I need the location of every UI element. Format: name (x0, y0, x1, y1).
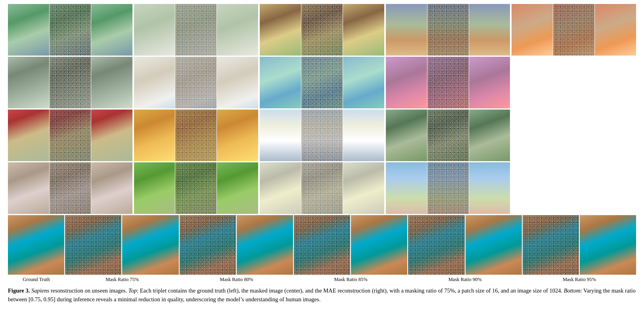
eye-recon-75 (122, 215, 178, 275)
eye-masked-2 (180, 215, 236, 275)
image-row-5 (8, 215, 636, 275)
img-recon-4-4 (469, 162, 510, 214)
img-ground-truth-1-2 (134, 4, 175, 56)
image-row-1 (8, 4, 636, 56)
img-recon-2-4 (469, 57, 510, 108)
triplet-group-2-1 (8, 57, 133, 108)
triplet-group-4-2 (134, 162, 259, 214)
img-gt-2-4 (386, 57, 427, 108)
img-gt-4-1 (8, 162, 49, 214)
img-masked-3-2 (175, 110, 217, 161)
image-row-2 (8, 57, 636, 108)
img-masked-4-3 (301, 162, 343, 214)
img-ground-truth-1-3 (260, 4, 301, 56)
triplet-group-4-1 (8, 162, 133, 214)
img-recon-4-3 (343, 162, 384, 214)
img-gt-4-4 (386, 162, 427, 214)
triplet-group-3-2 (134, 110, 259, 161)
label-mask-95: Mask Ratio 95% (523, 275, 636, 283)
mask-80-text: Mask Ratio 80% (220, 277, 253, 282)
label-ground-truth: Ground Truth (8, 275, 65, 283)
img-gt-4-2 (134, 162, 175, 214)
eye-recon-90 (466, 215, 522, 275)
ground-truth-text: Ground Truth (23, 277, 50, 282)
img-gt-2-3 (260, 57, 301, 108)
img-masked-4-1 (50, 162, 91, 214)
img-recon-1-3 (343, 4, 384, 56)
img-ground-truth-1-4 (386, 4, 427, 56)
img-recon-4-2 (217, 162, 258, 214)
img-ground-truth-1-1 (8, 4, 49, 56)
eye-masked-5 (523, 215, 579, 275)
image-row-4 (8, 162, 636, 214)
caption-italic: Sapiens (31, 287, 49, 294)
img-masked-3-3 (301, 110, 343, 161)
img-gt-2-2 (134, 57, 175, 108)
caption-text1: resonstruction on unseen images. (49, 287, 128, 294)
img-masked-2-4 (427, 57, 469, 108)
eye-recon-80 (237, 215, 293, 275)
img-recon-1-4 (469, 4, 510, 56)
img-masked-1-5 (553, 4, 594, 56)
img-masked-4-4 (427, 162, 469, 214)
triplet-group-3-3 (260, 110, 385, 161)
label-mask-75: Mask Ratio 75% (65, 275, 179, 283)
triplet-group-1-2 (134, 4, 259, 56)
caption-top-label: Top (128, 287, 137, 294)
img-masked-3-1 (50, 110, 91, 161)
img-recon-3-4 (469, 110, 510, 161)
eye-recon-95 (580, 215, 636, 275)
img-masked-1-1 (50, 4, 91, 56)
img-masked-4-2 (175, 162, 217, 214)
img-recon-3-1 (91, 110, 132, 161)
caption-bottom-label: Bottom (564, 287, 581, 294)
img-recon-1-5 (595, 4, 636, 56)
triplet-group-3-4 (386, 110, 511, 161)
img-masked-1-3 (301, 4, 343, 56)
row4-spacer (512, 162, 636, 214)
main-container: Ground Truth Mask Ratio 75% Mask Ratio 8… (0, 0, 644, 308)
img-masked-2-3 (301, 57, 343, 108)
img-gt-4-3 (260, 162, 301, 214)
img-recon-2-2 (217, 57, 258, 108)
img-masked-1-2 (175, 4, 217, 56)
label-mask-85: Mask Ratio 85% (294, 275, 407, 283)
img-gt-3-2 (134, 110, 175, 161)
eye-masked-3 (294, 215, 350, 275)
mask-90-text: Mask Ratio 90% (448, 277, 482, 282)
img-recon-2-1 (91, 57, 132, 108)
triplet-group-3-1 (8, 110, 133, 161)
labels-row: Ground Truth Mask Ratio 75% Mask Ratio 8… (8, 275, 636, 283)
img-gt-3-3 (260, 110, 301, 161)
img-recon-1-1 (91, 4, 132, 56)
eye-masked-4 (408, 215, 464, 275)
img-gt-3-4 (386, 110, 427, 161)
triplet-group-1-1 (8, 4, 133, 56)
triplet-group-1-3 (260, 4, 385, 56)
mask-75-text: Mask Ratio 75% (105, 277, 139, 282)
img-recon-2-3 (343, 57, 384, 108)
row2-spacer (512, 57, 636, 108)
img-recon-3-3 (343, 110, 384, 161)
img-masked-2-1 (50, 57, 91, 108)
img-masked-2-2 (175, 57, 217, 108)
label-mask-90: Mask Ratio 90% (408, 275, 522, 283)
triplet-group-4-4 (386, 162, 511, 214)
triplet-group-2-3 (260, 57, 385, 108)
eye-gt (8, 215, 64, 275)
triplet-group-1-4 (386, 4, 511, 56)
triplet-group-2-4 (386, 57, 511, 108)
img-gt-2-1 (8, 57, 49, 108)
figure-label: Figure 3. (8, 287, 30, 294)
img-masked-1-4 (427, 4, 469, 56)
triplet-group-4-3 (260, 162, 385, 214)
row3-spacer (512, 110, 636, 161)
label-mask-80: Mask Ratio 80% (180, 275, 293, 283)
mask-95-text: Mask Ratio 95% (563, 277, 596, 282)
img-recon-3-2 (217, 110, 258, 161)
mask-85-text: Mask Ratio 85% (334, 277, 368, 282)
figure-caption: Figure 3. Sapiens resonstruction on unse… (8, 287, 636, 304)
img-masked-3-4 (427, 110, 469, 161)
img-gt-3-1 (8, 110, 49, 161)
image-row-3 (8, 110, 636, 161)
